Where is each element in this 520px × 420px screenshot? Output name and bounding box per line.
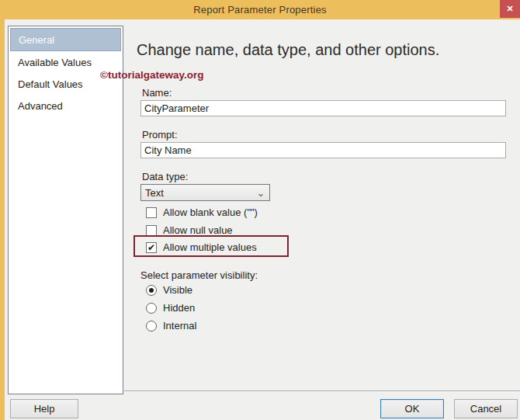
visibility-visible-row: Visible xyxy=(146,284,192,296)
report-parameter-properties-dialog: Report Parameter Properties ✕ General Av… xyxy=(0,0,520,420)
chevron-down-icon: ⌄ xyxy=(255,185,266,200)
allow-multiple-values-row: ✔ Allow multiple values xyxy=(146,241,257,253)
visible-radio-label: Visible xyxy=(163,284,192,296)
allow-null-value-checkbox[interactable] xyxy=(146,225,157,236)
allow-null-value-row: Allow null value xyxy=(146,224,233,236)
help-button[interactable]: Help xyxy=(10,399,78,418)
allow-blank-value-label: Allow blank value ("") xyxy=(163,207,258,218)
internal-radio[interactable] xyxy=(146,321,157,331)
allow-multiple-values-label: Allow multiple values xyxy=(163,241,257,253)
sidebar-item-advanced[interactable]: Advanced xyxy=(10,95,121,116)
data-type-label: Data type: xyxy=(142,171,188,182)
name-input[interactable] xyxy=(140,100,506,116)
title-bar[interactable]: Report Parameter Properties xyxy=(0,0,520,19)
watermark-text: ©tutorialgateway.org xyxy=(100,69,203,81)
window-left-border xyxy=(0,19,5,420)
ok-button[interactable]: OK xyxy=(380,399,444,418)
hidden-radio[interactable] xyxy=(146,303,157,314)
visibility-hidden-row: Hidden xyxy=(146,302,195,314)
visibility-internal-row: Internal xyxy=(146,320,196,331)
hidden-radio-label: Hidden xyxy=(163,302,195,314)
allow-blank-value-checkbox[interactable] xyxy=(146,207,157,218)
cancel-button[interactable]: Cancel xyxy=(454,399,518,418)
close-icon[interactable]: ✕ xyxy=(500,0,520,18)
window-title: Report Parameter Properties xyxy=(193,4,327,16)
data-type-selected-value: Text xyxy=(145,187,164,199)
sidebar-nav: General Available Values Default Values … xyxy=(8,26,123,394)
page-title: Change name, data type, and other option… xyxy=(137,41,439,59)
visibility-label: Select parameter visibility: xyxy=(140,269,258,281)
data-type-dropdown[interactable]: Text ⌄ xyxy=(140,184,270,201)
footer-separator xyxy=(124,390,520,392)
visible-radio[interactable] xyxy=(146,285,157,296)
sidebar-item-general[interactable]: General xyxy=(10,28,121,51)
prompt-input[interactable] xyxy=(140,142,506,158)
allow-null-value-label: Allow null value xyxy=(163,224,233,236)
allow-multiple-values-checkbox[interactable]: ✔ xyxy=(146,242,157,253)
internal-radio-label: Internal xyxy=(163,320,196,331)
allow-blank-value-row: Allow blank value ("") xyxy=(146,207,258,218)
name-label: Name: xyxy=(142,87,172,99)
prompt-label: Prompt: xyxy=(142,129,178,141)
